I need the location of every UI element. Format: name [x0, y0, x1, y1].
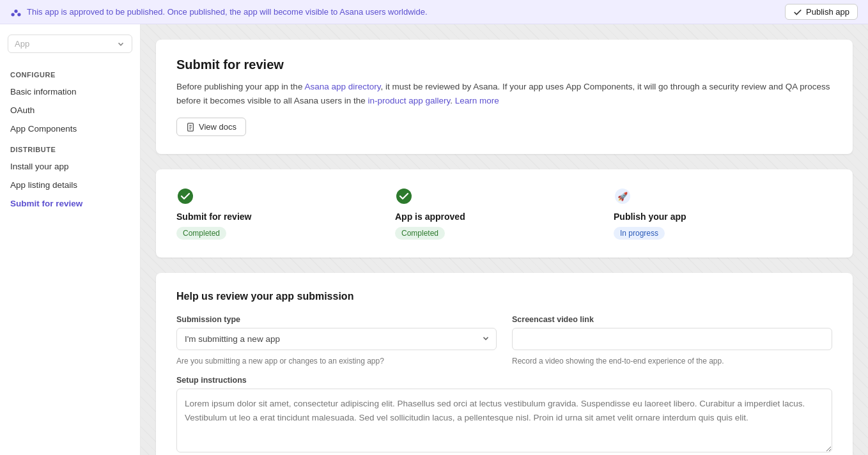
sidebar: App Configure Basic information OAuth Ap… [0, 24, 141, 455]
doc-icon [186, 123, 195, 132]
desc-part1: Before publishing your app in the [176, 82, 304, 91]
distribute-section-label: Distribute [0, 138, 140, 157]
check-circle-icon-2 [396, 188, 412, 204]
form-group-setup-instructions: Setup instructions [176, 376, 832, 452]
publish-app-button[interactable]: Publish app [785, 4, 858, 20]
step-submit-for-review: Submit for review Completed [176, 187, 395, 240]
sidebar-item-oauth[interactable]: OAuth [0, 101, 140, 120]
topbar-notice: This app is approved to be published. On… [10, 6, 428, 18]
form-group-submission-type: Submission type I'm submitting a new app… [176, 315, 497, 366]
screencast-input[interactable] [512, 328, 832, 350]
steps-card: Submit for review Completed App is appro… [156, 169, 853, 258]
step2-badge: Completed [395, 227, 445, 240]
intro-card: Submit for review Before publishing your… [156, 40, 853, 154]
check-circle-icon [177, 188, 194, 204]
step3-icon: 🚀 [614, 187, 632, 205]
form-row-submission-screencast: Submission type I'm submitting a new app… [176, 315, 832, 366]
rocket-icon: 🚀 [614, 188, 631, 204]
configure-section-label: Configure [0, 63, 140, 82]
app-selector-label: App [15, 39, 29, 49]
steps-row: Submit for review Completed App is appro… [176, 187, 832, 240]
svg-point-0 [14, 9, 17, 12]
app-layout: App Configure Basic information OAuth Ap… [0, 24, 868, 455]
submission-type-hint: Are you submitting a new app or changes … [176, 357, 497, 366]
main-content: Submit for review Before publishing your… [141, 24, 868, 455]
form-group-screencast: Screencast video link Record a video sho… [512, 315, 832, 366]
chevron-down-icon [116, 40, 125, 49]
step3-title: Publish your app [614, 212, 686, 222]
svg-point-2 [17, 13, 20, 16]
topbar-notice-text: This app is approved to be published. On… [27, 7, 428, 17]
step-app-is-approved: App is approved Completed [395, 187, 614, 240]
svg-point-7 [178, 189, 193, 204]
topbar: This app is approved to be published. On… [0, 0, 868, 24]
asana-app-directory-link[interactable]: Asana app directory [304, 82, 380, 91]
sidebar-item-app-listing-details[interactable]: App listing details [0, 176, 140, 194]
submission-type-select-wrapper: I'm submitting a new app I'm submitting … [176, 328, 497, 350]
screencast-hint: Record a video showing the end-to-end ex… [512, 357, 832, 366]
app-selector[interactable]: App [8, 35, 132, 53]
check-icon [793, 8, 802, 17]
screencast-label: Screencast video link [512, 315, 832, 324]
step2-icon [395, 187, 413, 205]
submission-type-label: Submission type [176, 315, 497, 324]
sidebar-item-install-your-app[interactable]: Install your app [0, 157, 140, 176]
setup-instructions-textarea[interactable] [176, 389, 832, 452]
step1-icon [176, 187, 194, 205]
learn-more-link[interactable]: Learn more [455, 96, 499, 105]
svg-text:🚀: 🚀 [617, 191, 628, 202]
svg-point-8 [396, 189, 412, 204]
form-card: Help us review your app submission Submi… [156, 273, 853, 455]
publish-button-label: Publish app [806, 7, 849, 17]
step3-badge: In progress [614, 227, 665, 240]
step2-title: App is approved [395, 212, 465, 222]
in-product-gallery-link[interactable]: in-product app gallery [368, 96, 450, 105]
asana-icon [10, 6, 22, 18]
svg-point-1 [12, 13, 15, 16]
step-publish-your-app: 🚀 Publish your app In progress [614, 187, 832, 240]
submission-type-select[interactable]: I'm submitting a new app I'm submitting … [176, 328, 497, 350]
step1-badge: Completed [176, 227, 226, 240]
page-title: Submit for review [176, 58, 832, 72]
intro-description: Before publishing your app in the Asana … [176, 80, 832, 107]
view-docs-button[interactable]: View docs [176, 118, 246, 136]
desc-part3: . [450, 96, 455, 105]
step1-title: Submit for review [176, 212, 251, 222]
sidebar-item-basic-information[interactable]: Basic information [0, 82, 140, 101]
view-docs-label: View docs [199, 122, 236, 132]
setup-instructions-label: Setup instructions [176, 376, 832, 385]
sidebar-item-app-components[interactable]: App Components [0, 120, 140, 138]
form-title: Help us review your app submission [176, 291, 832, 302]
sidebar-item-submit-for-review[interactable]: Submit for review [0, 194, 140, 213]
